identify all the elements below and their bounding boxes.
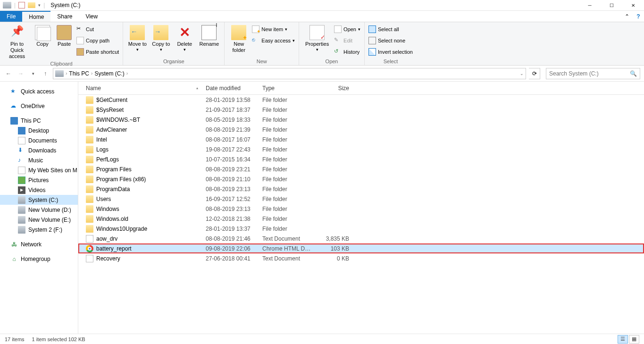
minimize-button[interactable]: ─ <box>579 0 601 11</box>
nav-my-web-sites[interactable]: My Web Sites on M <box>0 165 78 175</box>
nav-desktop[interactable]: Desktop <box>0 126 78 135</box>
tab-file[interactable]: File <box>0 11 22 22</box>
column-type[interactable]: Type <box>259 82 316 94</box>
history-button[interactable]: ↺History <box>334 47 360 57</box>
nav-downloads[interactable]: ⬇Downloads <box>0 145 78 155</box>
column-size[interactable]: Size <box>316 82 353 94</box>
file-row[interactable]: aow_drv08-08-2019 21:46Text Document3,83… <box>78 234 644 243</box>
cloud-icon: ☁ <box>10 102 18 110</box>
file-row[interactable]: battery_report09-08-2019 22:06Chrome HTM… <box>78 243 644 253</box>
help-icon[interactable]: ? <box>633 11 644 22</box>
nav-homegroup[interactable]: ⌂Homegroup <box>0 254 78 264</box>
new-item-button[interactable]: ✦New item <box>252 24 295 34</box>
maximize-button[interactable]: ☐ <box>601 0 622 11</box>
file-row[interactable]: Recovery27-06-2018 00:41Text Document0 K… <box>78 253 644 263</box>
file-type: File folder <box>259 196 316 202</box>
breadcrumb-dropdown-icon[interactable]: ⌄ <box>520 71 524 76</box>
search-input[interactable] <box>549 70 630 77</box>
file-row[interactable]: PerfLogs10-07-2015 16:34File folder <box>78 154 644 164</box>
tab-share[interactable]: Share <box>50 11 79 22</box>
up-button[interactable]: ↑ <box>41 69 50 78</box>
homegroup-icon: ⌂ <box>10 255 18 263</box>
folder-icon <box>86 96 93 104</box>
select-none-icon <box>368 37 376 44</box>
folder-icon <box>86 116 93 124</box>
nav-system-c[interactable]: System (C:) <box>0 195 78 205</box>
nav-documents[interactable]: Documents <box>0 135 78 145</box>
new-folder-button[interactable]: ✦ New folder <box>228 24 249 53</box>
file-row[interactable]: Windows10Upgrade28-01-2019 13:37File fol… <box>78 224 644 234</box>
invert-selection-button[interactable]: Invert selection <box>368 47 413 57</box>
nav-network[interactable]: 🖧Network <box>0 239 78 249</box>
navigation-pane[interactable]: ★Quick access ☁OneDrive This PC Desktop … <box>0 82 78 334</box>
view-large-icons-button[interactable]: ▦ <box>629 335 639 344</box>
file-row[interactable]: ProgramData08-08-2019 23:13File folder <box>78 184 644 194</box>
recent-dropdown[interactable]: ▾ <box>28 69 38 78</box>
nav-videos[interactable]: ▶Videos <box>0 185 78 195</box>
file-row[interactable]: Intel08-08-2017 16:07File folder <box>78 134 644 144</box>
select-none-button[interactable]: Select none <box>368 35 413 46</box>
properties-button[interactable]: ✓ Properties <box>303 24 331 52</box>
back-button[interactable]: ← <box>4 69 13 78</box>
tab-home[interactable]: Home <box>22 11 50 22</box>
chevron-right-icon[interactable]: › <box>126 71 128 76</box>
file-name: Logs <box>96 146 109 153</box>
file-row[interactable]: Logs19-08-2017 22:43File folder <box>78 144 644 154</box>
crumb-system-c[interactable]: System (C:) <box>94 70 124 77</box>
nav-onedrive[interactable]: ☁OneDrive <box>0 101 78 111</box>
copy-path-button[interactable]: Copy path <box>76 35 119 46</box>
paste-shortcut-button[interactable]: Paste shortcut <box>76 47 119 57</box>
easy-access-button[interactable]: ⎋Easy access <box>252 35 295 46</box>
view-details-button[interactable]: ☰ <box>618 335 628 344</box>
qat-newfolder-icon[interactable] <box>28 2 35 8</box>
open-button[interactable]: Open <box>334 24 360 34</box>
status-item-count: 17 items <box>5 336 25 342</box>
folder-icon <box>86 136 93 143</box>
file-row[interactable]: Windows.old12-02-2018 21:38File folder <box>78 214 644 224</box>
delete-label: Delete <box>177 41 192 47</box>
file-type: File folder <box>259 117 316 123</box>
file-row[interactable]: $GetCurrent28-01-2019 13:58File folder <box>78 95 644 105</box>
file-row[interactable]: $SysReset21-09-2017 18:37File folder <box>78 105 644 115</box>
search-box[interactable]: 🔍 <box>546 68 640 79</box>
crumb-this-pc[interactable]: This PC <box>69 70 89 77</box>
delete-button[interactable]: ✕ Delete <box>174 24 195 52</box>
chevron-right-icon[interactable]: › <box>91 71 92 76</box>
column-date[interactable]: Date modified <box>202 82 259 94</box>
nav-pictures[interactable]: Pictures <box>0 175 78 185</box>
file-row[interactable]: $WINDOWS.~BT08-05-2019 18:33File folder <box>78 115 644 125</box>
forward-button[interactable]: → <box>16 69 25 78</box>
paste-button[interactable]: Paste <box>55 24 74 47</box>
column-name[interactable]: Name <box>82 82 202 94</box>
file-row[interactable]: Program Files08-08-2019 23:21File folder <box>78 164 644 174</box>
file-type: File folder <box>259 156 316 163</box>
title-bar: | ▾ | System (C:) ─ ☐ ✕ <box>0 0 644 11</box>
cut-button[interactable]: ✂Cut <box>76 24 119 34</box>
file-row[interactable]: Windows08-08-2019 23:13File folder <box>78 204 644 214</box>
edit-button[interactable]: ✎Edit <box>334 35 360 46</box>
rename-button[interactable]: I Rename <box>198 24 220 47</box>
copy-to-button[interactable]: → Copy to <box>151 24 171 52</box>
file-row[interactable]: AdwCleaner08-08-2019 21:39File folder <box>78 125 644 134</box>
file-row[interactable]: Users16-09-2017 12:52File folder <box>78 194 644 204</box>
chevron-right-icon[interactable]: › <box>66 71 67 76</box>
qat-dropdown-icon[interactable]: ▾ <box>38 3 41 8</box>
tab-view[interactable]: View <box>79 11 104 22</box>
copy-button[interactable]: Copy <box>33 24 52 47</box>
breadcrumb[interactable]: › This PC › System (C:) › ⌄ <box>53 68 526 79</box>
file-row[interactable]: Program Files (x86)08-08-2019 21:10File … <box>78 174 644 184</box>
close-button[interactable]: ✕ <box>622 0 644 11</box>
pin-to-quick-access-button[interactable]: 📌 Pin to Quick access <box>4 24 30 60</box>
nav-new-volume-e[interactable]: New Volume (E:) <box>0 215 78 225</box>
nav-music[interactable]: ♪Music <box>0 155 78 165</box>
move-to-button[interactable]: ← Move to <box>127 24 148 52</box>
nav-system-2-f[interactable]: System 2 (F:) <box>0 225 78 235</box>
ribbon-collapse-icon[interactable]: ⌃ <box>621 11 633 22</box>
file-date: 09-08-2019 22:06 <box>202 245 259 252</box>
refresh-button[interactable]: ⟳ <box>529 68 540 79</box>
qat-properties-icon[interactable] <box>18 2 25 8</box>
nav-this-pc[interactable]: This PC <box>0 116 78 126</box>
nav-quick-access[interactable]: ★Quick access <box>0 86 78 96</box>
nav-new-volume-d[interactable]: New Volume (D:) <box>0 205 78 215</box>
select-all-button[interactable]: Select all <box>368 24 413 34</box>
